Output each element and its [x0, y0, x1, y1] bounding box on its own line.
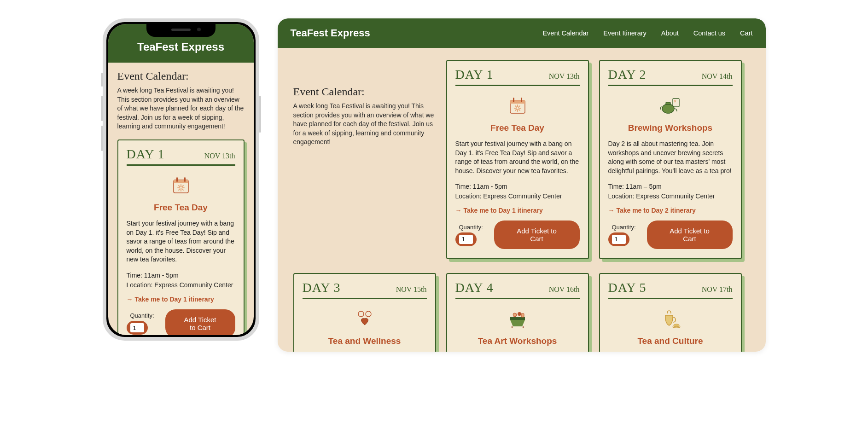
teapot-icon — [608, 93, 733, 119]
add-to-cart-button[interactable]: Add Ticket to Cart — [647, 220, 733, 249]
itinerary-link[interactable]: → Take me to Day 2 itinerary — [608, 207, 733, 214]
art-table-icon — [455, 306, 580, 332]
main-nav: Event Calendar Event Itinerary About Con… — [542, 29, 752, 37]
phone-button — [101, 96, 103, 121]
svg-rect-24 — [673, 99, 679, 107]
location-text: Location: Express Community Center — [455, 191, 580, 201]
add-to-cart-button[interactable]: Add Ticket to Cart — [494, 220, 580, 249]
day-card-4: DAY 4 NOV 16th Tea Art Workshops D — [446, 273, 589, 352]
nav-event-calendar[interactable]: Event Calendar — [542, 29, 588, 37]
nav-cart[interactable]: Cart — [740, 29, 752, 37]
quantity-stepper[interactable] — [459, 235, 473, 244]
svg-point-25 — [662, 104, 674, 113]
svg-rect-15 — [521, 98, 522, 102]
time-text: Time: 11am - 5pm — [455, 182, 580, 191]
quantity-control — [455, 232, 477, 246]
day-date: NOV 17th — [702, 285, 733, 294]
quantity-label: Quantity: — [130, 312, 154, 319]
svg-marker-30 — [510, 320, 525, 326]
quantity-stepper[interactable] — [612, 235, 626, 244]
svg-rect-3 — [184, 177, 186, 182]
day-date: NOV 13th — [549, 72, 580, 81]
day-label: DAY 4 — [455, 280, 494, 295]
card-description: Start your festival journey with a bang … — [455, 139, 580, 175]
day-card-1: DAY 1 NOV 13th — [117, 139, 245, 335]
day-label: DAY 3 — [303, 280, 341, 295]
svg-rect-13 — [510, 100, 525, 104]
day-card-5: DAY 5 NOV 17th Tea and Culture Day 5 is … — [599, 273, 742, 352]
card-title: Brewing Workshops — [608, 123, 733, 133]
day-label: DAY 1 — [127, 147, 165, 162]
svg-rect-14 — [513, 98, 514, 102]
svg-rect-29 — [510, 317, 525, 320]
day-date: NOV 16th — [549, 285, 580, 294]
add-to-cart-button[interactable]: Add Ticket to Cart — [165, 309, 235, 335]
location-text: Location: Express Community Center — [127, 280, 235, 290]
day-date: NOV 15th — [396, 285, 427, 294]
time-text: Time: 11am - 5pm — [127, 271, 235, 280]
quantity-label: Quantity: — [612, 224, 636, 231]
day-label: DAY 5 — [608, 280, 647, 295]
section-description: A week long Tea Festival is awaiting you… — [293, 102, 436, 147]
intro-block: Event Calendar: A week long Tea Festival… — [293, 60, 436, 147]
svg-point-28 — [366, 311, 371, 317]
day-label: DAY 2 — [608, 67, 647, 82]
svg-point-36 — [674, 324, 679, 327]
desktop-header: TeaFest Express Event Calendar Event Iti… — [278, 18, 766, 48]
day-card-3: DAY 3 NOV 15th Tea and Wellness Day 3 co… — [293, 273, 436, 352]
svg-rect-26 — [666, 102, 670, 104]
section-heading: Event Calendar: — [293, 86, 436, 98]
card-meta: Time: 11am - 5pm Location: Express Commu… — [127, 271, 235, 290]
nav-event-itinerary[interactable]: Event Itinerary — [603, 29, 647, 37]
phone-button — [101, 126, 103, 151]
card-title: Free Tea Day — [455, 123, 580, 133]
location-text: Location: Express Community Center — [608, 191, 733, 201]
phone-button — [259, 96, 261, 133]
svg-point-34 — [518, 312, 521, 316]
quantity-control — [608, 232, 629, 246]
calendar-icon — [127, 172, 235, 199]
day-card-2: DAY 2 NOV 14th Brewing Workshops Day 2 i… — [599, 60, 742, 259]
phone-mockup: TeaFest Express Event Calendar: A week l… — [103, 18, 259, 341]
section-description: A week long Tea Festival is awaiting you… — [117, 86, 245, 131]
phone-button — [101, 73, 103, 87]
itinerary-link[interactable]: → Take me to Day 1 itinerary — [127, 296, 235, 303]
card-title: Tea and Wellness — [303, 336, 427, 346]
brand-title: TeaFest Express — [291, 27, 370, 39]
nav-about[interactable]: About — [661, 29, 679, 37]
svg-rect-2 — [176, 177, 178, 182]
culture-teapot-icon — [608, 306, 733, 332]
itinerary-link[interactable]: → Take me to Day 1 itinerary — [455, 207, 580, 214]
card-meta: Time: 11am - 5pm Location: Express Commu… — [455, 182, 580, 201]
card-description: Start your festival journey with a bang … — [127, 219, 235, 264]
card-meta: Time: 11am – 5pm Location: Express Commu… — [608, 182, 733, 201]
day-date: NOV 13th — [204, 152, 235, 160]
nav-contact[interactable]: Contact us — [693, 29, 725, 37]
card-title: Tea and Culture — [608, 336, 733, 346]
phone-notch — [146, 24, 216, 37]
day-date: NOV 14th — [702, 72, 733, 81]
svg-point-27 — [358, 311, 364, 317]
phone-viewport: TeaFest Express Event Calendar: A week l… — [108, 24, 254, 335]
svg-rect-35 — [521, 313, 524, 317]
calendar-icon — [455, 93, 580, 119]
time-text: Time: 11am – 5pm — [608, 182, 733, 191]
quantity-stepper[interactable] — [130, 323, 144, 332]
day-label: DAY 1 — [455, 67, 494, 82]
card-title: Free Tea Day — [127, 203, 235, 213]
day-card-1: DAY 1 NOV 13th — [446, 60, 589, 259]
svg-rect-1 — [174, 180, 188, 183]
desktop-mockup: TeaFest Express Event Calendar Event Iti… — [278, 18, 766, 352]
card-description: Day 2 is all about mastering tea. Join w… — [608, 139, 733, 175]
quantity-label: Quantity: — [459, 224, 483, 231]
svg-point-33 — [513, 313, 517, 317]
section-heading: Event Calendar: — [117, 70, 245, 82]
card-title: Tea Art Workshops — [455, 336, 580, 346]
wellness-icon — [303, 306, 427, 332]
quantity-control — [127, 321, 148, 335]
brand-title: TeaFest Express — [137, 41, 224, 53]
